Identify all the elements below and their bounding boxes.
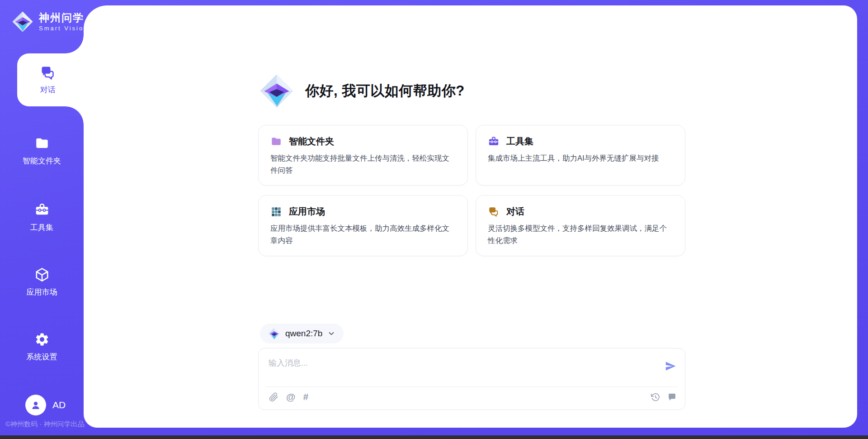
card-app-market[interactable]: 应用市场 应用市场提供丰富长文本模板，助力高效生成多样化文章内容 (258, 195, 468, 256)
app-title: 神州问学 (39, 12, 88, 24)
chevron-down-icon (327, 329, 335, 338)
toolbox-icon (34, 202, 50, 218)
sidebar-item-toolset[interactable]: 工具集 (0, 202, 84, 233)
hashtag-button[interactable]: # (303, 392, 308, 402)
sidebar-item-chat[interactable]: 对话 (17, 53, 84, 106)
paperclip-icon (269, 392, 278, 402)
new-chat-button[interactable] (667, 392, 677, 402)
folder-icon (34, 136, 50, 151)
sidebar-item-label: 应用市场 (27, 287, 57, 297)
sidebar-item-smart-folder[interactable]: 智能文件夹 (0, 136, 84, 166)
model-selector[interactable]: qwen2:7b (260, 324, 344, 344)
greeting-text: 你好, 我可以如何帮助你? (305, 81, 465, 100)
history-button[interactable] (650, 392, 660, 402)
card-title: 对话 (506, 205, 524, 218)
sidebar-item-settings[interactable]: 系统设置 (0, 332, 84, 362)
gear-icon (34, 332, 50, 347)
grid-icon (270, 206, 282, 218)
composer-tools-left: @ # (269, 392, 308, 402)
card-header: 工具集 (488, 135, 673, 148)
mention-button[interactable]: @ (286, 392, 295, 402)
sidebar-item-label: 系统设置 (27, 352, 57, 362)
attach-file-button[interactable] (269, 392, 278, 402)
card-description: 集成市场上主流工具，助力AI与外界无缝扩展与对接 (488, 152, 673, 164)
brand-gem-icon (268, 328, 280, 340)
greeting-block: 你好, 我可以如何帮助你? (259, 73, 465, 109)
main-panel: 你好, 我可以如何帮助你? 智能文件夹 智能文件夹功能支持批量文件上传与清洗，轻… (84, 5, 857, 428)
avatar (25, 395, 46, 415)
sidebar-footer: ©神州数码 · 神州问学出品 (5, 420, 84, 429)
card-chat[interactable]: 对话 灵活切换多模型文件，支持多样回复效果调试，满足个性化需求 (476, 195, 685, 256)
chat-icon (488, 206, 500, 218)
app-logo: 神州问学 Smart Vision (12, 11, 88, 33)
message-composer: @ # (258, 348, 685, 410)
composer-tools-right (650, 392, 677, 402)
chat-icon (40, 65, 56, 81)
chat-bubble-icon (667, 392, 677, 402)
card-description: 智能文件夹功能支持批量文件上传与清洗，轻松实现文件问答 (270, 152, 456, 176)
card-toolset[interactable]: 工具集 集成市场上主流工具，助力AI与外界无缝扩展与对接 (476, 125, 685, 186)
user-initials: AD (52, 400, 66, 410)
send-icon (665, 360, 676, 372)
person-icon (29, 399, 42, 411)
toolbox-icon (488, 136, 500, 148)
card-title: 智能文件夹 (289, 135, 334, 148)
card-header: 智能文件夹 (270, 135, 456, 148)
card-description: 灵活切换多模型文件，支持多样回复效果调试，满足个性化需求 (488, 222, 673, 246)
sidebar-item-label: 工具集 (30, 222, 53, 233)
sidebar-item-app-market[interactable]: 应用市场 (0, 267, 84, 297)
feature-cards: 智能文件夹 智能文件夹功能支持批量文件上传与清洗，轻松实现文件问答 工具集 集成… (258, 125, 685, 256)
card-smart-folder[interactable]: 智能文件夹 智能文件夹功能支持批量文件上传与清洗，轻松实现文件问答 (258, 125, 468, 186)
history-icon (651, 392, 660, 402)
app-subtitle: Smart Vision (39, 25, 88, 32)
folder-icon (270, 136, 282, 148)
sidebar-item-label: 对话 (40, 85, 56, 95)
brand-gem-icon (259, 73, 294, 109)
sidebar-item-label: 智能文件夹 (23, 156, 61, 166)
screen-bottom-edge (0, 435, 868, 439)
app-window: 神州问学 Smart Vision 对话 智能文件夹 工具集 应用市场 系统设置… (0, 0, 868, 439)
user-account[interactable]: AD (25, 395, 66, 415)
message-input[interactable] (259, 348, 647, 380)
brand-gem-icon (12, 11, 33, 33)
card-title: 应用市场 (289, 205, 325, 218)
card-title: 工具集 (506, 135, 533, 148)
card-description: 应用市场提供丰富长文本模板，助力高效生成多样化文章内容 (270, 222, 456, 246)
composer-divider (266, 387, 678, 387)
send-button[interactable] (664, 360, 677, 373)
card-header: 对话 (488, 205, 673, 218)
cube-icon (34, 267, 50, 282)
card-header: 应用市场 (270, 205, 456, 218)
model-name: qwen2:7b (285, 329, 322, 339)
